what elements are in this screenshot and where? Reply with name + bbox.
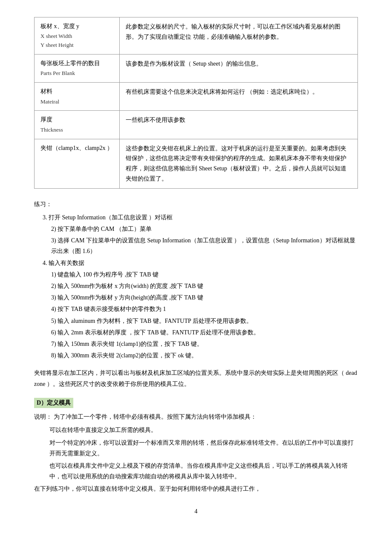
label-en-1: Parts Per Blank [40, 69, 113, 78]
exercise-item-3-sub2: 2) 按下菜单条中的 CAM （加工）菜单 [51, 224, 358, 234]
exercise-title: 练习： [34, 199, 358, 210]
label-cell-2: 材料Mateiral [35, 83, 120, 111]
section-d-line-0: 可以在转塔中直接定义加工所需的模具。 [49, 425, 358, 435]
label-cell-1: 每张板坯上零件的数目Parts Per Blank [35, 54, 120, 82]
parameter-table: 板材 x、宽度 yX sheet WidthY sheet Height此参数定… [34, 17, 358, 189]
page-number: 4 [34, 507, 358, 516]
note-section: 夹钳将显示在加工区内，并可以看出与板材及机床加工区域的位置关系。系统中显示的夹钳… [34, 368, 358, 389]
table-row: 板材 x、宽度 yX sheet WidthY sheet Height此参数定… [35, 17, 358, 55]
note-text: 夹钳将显示在加工区内，并可以看出与板材及机床加工区域的位置关系。系统中显示的夹钳… [34, 370, 357, 387]
section-d-line-1: 对一个特定的冲床，你可以设置好一个标准而又常用的转塔，然后保存此标准转塔文件。在… [49, 437, 358, 459]
table-row: 材料Mateiral有些机床需要这个信息来决定机床将如何运行 （例如：选定机床吨… [35, 83, 358, 111]
desc-cell-0: 此参数定义板材的尺寸。输入板材的实际尺寸时，可以在工作区域内看见板材的图形。为了… [120, 17, 358, 55]
label-en-0: Y sheet Height [40, 41, 113, 50]
exercise-item-4-sub8: 8) 输入 300mm 表示夹钳 2(clamp2)的位置，按下 ok 键。 [51, 350, 358, 361]
section-d-last: 在下列练习中，你可以直接在转塔中定义模具。至于如何利用转塔中的模具进行工作， [34, 483, 358, 494]
desc-cell-4: 这些参数定义夹钳在机床上的位置。这对于机床的运行是至关重要的。如果考虑到夹钳保护… [120, 139, 358, 188]
exercise-item-4-sub3: 3) 输入 500mm作为板材 y 方向(height)的高度 ,按下 TAB … [51, 292, 358, 303]
desc-cell-1: 该参数是作为板材设置（ Setup sheet）的输出信息。 [120, 54, 358, 82]
section-d: D）定义模具 说明： 为了冲加工一个零件，转塔中必须有模具。按照下属方法向转塔中… [34, 398, 358, 495]
label-cn-0: 板材 x、宽度 y [40, 22, 113, 31]
table-row: 厚度Thickness一些机床不使用该参数 [35, 111, 358, 139]
label-cn-2: 材料 [40, 87, 113, 96]
label-cell-4: 夹钳（clamp1x、clamp2x ） [35, 139, 120, 188]
exercise-item-4-sub5: 5) 输入 aluminum 作为材料，按下 TAB 键。FANTUTP 后处理… [51, 316, 358, 326]
label-en-0: X sheet Width [40, 32, 113, 41]
exercise-item-4: 4. 输入有关数据 [43, 258, 358, 268]
desc-cell-2: 有些机床需要这个信息来决定机床将如何运行 （例如：选定机床吨位）。 [120, 83, 358, 111]
exercise-section: 练习： 3. 打开 Setup Information（加工信息设置 ）对话框 … [34, 199, 358, 361]
section-d-intro: 说明： 为了冲加工一个零件，转塔中必须有模具。按照下属方法向转塔中添加模具： [34, 411, 358, 422]
label-cell-0: 板材 x、宽度 yX sheet WidthY sheet Height [35, 17, 120, 55]
label-cn-4: 夹钳（clamp1x、clamp2x ） [40, 144, 113, 153]
exercise-item-4-sub6: 6) 输入 2mm 表示板材的厚度 ，按下 TAB 键。FANTUTP 后处理不… [51, 327, 358, 338]
label-cell-3: 厚度Thickness [35, 111, 120, 139]
table-row: 夹钳（clamp1x、clamp2x ）这些参数定义夹钳在机床上的位置。这对于机… [35, 139, 358, 188]
exercise-item-4-sub2: 2) 输入 500mm作为板材 x 方向(width) 的宽度 ,按下 TAB … [51, 281, 358, 291]
label-cn-3: 厚度 [40, 115, 113, 124]
label-en-2: Mateiral [40, 98, 113, 106]
exercise-item-3: 3. 打开 Setup Information（加工信息设置 ）对话框 [43, 212, 358, 223]
label-en-3: Thickness [40, 126, 113, 135]
section-d-line-2: 也可以在模具库文件中定义上模及下模的存货清单。当你在模具库中定义这些模具后，可以… [49, 460, 358, 482]
exercise-item-3-sub3: 3) 选择 CAM 下拉菜单中的设置信息 Setup Information（加… [51, 235, 358, 256]
exercise-item-4-sub4: 4) 按下 TAB 键表示接受板材中的零件数为 1 [51, 304, 358, 314]
exercise-item-4-sub1: 1) 键盘输入 100 作为程序号 ,按下 TAB 键 [51, 269, 358, 280]
section-d-title: D）定义模具 [34, 398, 73, 408]
table-row: 每张板坯上零件的数目Parts Per Blank该参数是作为板材设置（ Set… [35, 54, 358, 82]
label-cn-1: 每张板坯上零件的数目 [40, 59, 113, 68]
desc-cell-3: 一些机床不使用该参数 [120, 111, 358, 139]
exercise-item-4-sub7: 7) 输入 150mm 表示夹钳 1(clamp1)的位置，按下 TAB 键。 [51, 339, 358, 349]
